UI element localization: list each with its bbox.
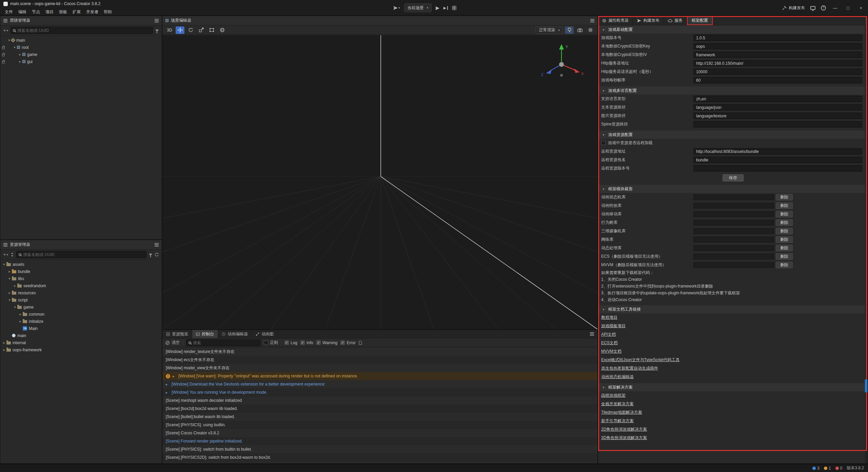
log-row[interactable]: [Scene] [box2d]:box2d wasm lib loaded. <box>162 405 597 413</box>
tab-property-inspector[interactable]: 属性检查器 <box>598 16 633 25</box>
tree-row[interactable]: seedrandom <box>0 282 162 289</box>
doc-link[interactable]: 游戏模板项目 <box>601 323 626 329</box>
regex-checkbox[interactable] <box>264 340 268 345</box>
axis-gizmo[interactable]: Y X Z <box>538 41 585 82</box>
texture-path-input[interactable] <box>693 113 862 119</box>
menu-developer[interactable]: 开发者 <box>83 9 101 15</box>
log-row[interactable]: [Scene] [PHYSICS]: using builtin. <box>162 421 597 429</box>
menu-panel[interactable]: 面板 <box>56 9 70 15</box>
doc-link[interactable]: Excel格式转Json文件与TypeScript代码工具 <box>601 357 679 363</box>
lock-gutter[interactable] <box>0 60 6 63</box>
expand-arrow-icon[interactable] <box>2 348 6 352</box>
panel-menu-icon[interactable] <box>155 244 159 245</box>
filter-icon[interactable] <box>155 29 159 32</box>
expand-arrow-icon[interactable] <box>7 298 12 302</box>
create-asset-button[interactable]: +▾ <box>3 252 8 257</box>
console-search-input[interactable] <box>193 340 258 345</box>
expand-arrow-icon[interactable] <box>13 305 17 309</box>
light-toggle-button[interactable] <box>565 26 574 34</box>
tree-row[interactable]: root <box>0 44 162 51</box>
panel-menu-icon[interactable] <box>590 334 594 334</box>
delete-button[interactable]: 删除 <box>776 202 793 209</box>
http-timeout-input[interactable] <box>693 68 862 75</box>
delete-button[interactable]: 删除 <box>776 253 793 260</box>
section-language[interactable]: 游戏多语言配置 <box>598 86 868 95</box>
filter-icon[interactable] <box>149 254 152 256</box>
doc-link[interactable]: 教程项目 <box>601 315 617 320</box>
delete-button[interactable]: 删除 <box>776 194 793 200</box>
remote-bundle-input[interactable] <box>693 157 862 163</box>
rect-tool-button[interactable] <box>207 26 216 34</box>
crypto-key-input[interactable] <box>693 43 862 50</box>
filter-warning[interactable]: Warning <box>316 340 337 345</box>
save-button[interactable]: 保存 <box>723 174 744 181</box>
filter-log[interactable]: Log <box>284 340 297 345</box>
log-row-info[interactable]: [Scene] Forward render pipeline initiali… <box>162 437 597 445</box>
expand-arrow-icon[interactable] <box>173 374 176 378</box>
game-version-input[interactable] <box>693 35 862 41</box>
close-button[interactable]: × <box>857 5 865 11</box>
lock-gutter[interactable] <box>0 46 6 49</box>
clear-console-button[interactable]: 清空 <box>165 340 180 346</box>
log-checkbox[interactable] <box>284 340 289 345</box>
tree-row[interactable]: libs <box>0 275 162 282</box>
expand-arrow-icon[interactable] <box>18 60 22 63</box>
tree-row[interactable]: internal <box>0 339 162 346</box>
tab-console[interactable]: 控制台 <box>192 330 218 338</box>
tree-row[interactable]: bundle <box>0 268 162 275</box>
tree-row[interactable]: resources <box>0 289 162 296</box>
render-mode-dropdown[interactable]: 正常渲染 ▾ <box>535 26 563 34</box>
expand-arrow-icon[interactable] <box>7 270 12 273</box>
expand-arrow-icon[interactable] <box>2 341 6 345</box>
log-row-warning[interactable]: [Window] [Vue warn]: Property "onInput" … <box>162 372 597 380</box>
assets-search[interactable] <box>16 251 146 258</box>
section-solutions[interactable]: 框架解决方案 <box>598 383 868 391</box>
preview-monitor-icon[interactable] <box>810 6 815 10</box>
solution-link[interactable]: Tiledmap地图解决方案 <box>601 410 642 415</box>
inspector-scrollbar-thumb[interactable] <box>865 379 867 392</box>
section-doc-links[interactable]: 框架文档工具链接 <box>598 305 868 313</box>
menu-edit[interactable]: 编辑 <box>16 9 29 15</box>
warning-checkbox[interactable] <box>316 340 321 345</box>
tree-row[interactable]: common <box>0 311 162 318</box>
text-path-input[interactable] <box>693 104 862 111</box>
menu-node[interactable]: 节点 <box>29 9 43 15</box>
expand-arrow-icon[interactable] <box>166 382 169 386</box>
http-server-input[interactable] <box>693 60 862 66</box>
menu-help[interactable]: 帮助 <box>101 9 115 15</box>
lock-gutter[interactable] <box>0 53 6 56</box>
delete-button[interactable]: 删除 <box>776 262 793 268</box>
remote-load-row[interactable]: 游戏中资源是否远程加载 <box>598 139 868 147</box>
hierarchy-search-input[interactable] <box>17 28 151 33</box>
solution-link[interactable]: 全栈开发解决方案 <box>601 401 634 407</box>
error-checkbox[interactable] <box>340 340 345 345</box>
tree-row[interactable]: main <box>0 332 162 339</box>
remote-version-input[interactable] <box>693 165 862 172</box>
crypto-iv-input[interactable] <box>693 52 862 58</box>
error-count-chip[interactable]: 0 <box>835 466 843 471</box>
log-row-info[interactable]: [Window] Download the Vue Devtools exten… <box>162 380 597 388</box>
assets-search-input[interactable] <box>23 252 144 257</box>
solution-link[interactable]: 3D角色扮演游戏解决方案 <box>601 435 647 441</box>
tree-row[interactable]: script <box>0 296 162 303</box>
solution-link[interactable]: 2D角色扮演游戏解决方案 <box>601 427 647 432</box>
expand-arrow-icon[interactable] <box>12 45 17 49</box>
tree-row[interactable]: assets <box>0 261 162 268</box>
solution-link[interactable]: 新手引导解决方案 <box>601 418 634 424</box>
move-tool-button[interactable] <box>176 26 184 34</box>
layout-button[interactable] <box>452 6 456 10</box>
expand-arrow-icon[interactable] <box>13 284 17 288</box>
mode-3d-button[interactable]: 3D <box>165 26 174 34</box>
sort-icon[interactable] <box>11 253 14 257</box>
tab-animation-graph[interactable]: 动画图 <box>252 330 278 338</box>
section-module-trim[interactable]: 框架模块裁剪 <box>598 185 868 193</box>
delete-button[interactable]: 删除 <box>776 228 793 234</box>
solution-link[interactable]: 战棋游戏框架 <box>601 393 626 398</box>
log-row[interactable]: [Window] render_texture文件夹不存在 <box>162 348 597 356</box>
delete-button[interactable]: 删除 <box>776 236 793 243</box>
tree-row[interactable]: game <box>0 303 162 311</box>
expand-arrow-icon[interactable] <box>18 319 23 323</box>
log-row[interactable]: [Scene] meshopt wasm decoder initialized <box>162 396 597 405</box>
filter-error[interactable]: Error <box>340 340 356 345</box>
scene-viewport[interactable]: Y X Z <box>162 35 597 329</box>
